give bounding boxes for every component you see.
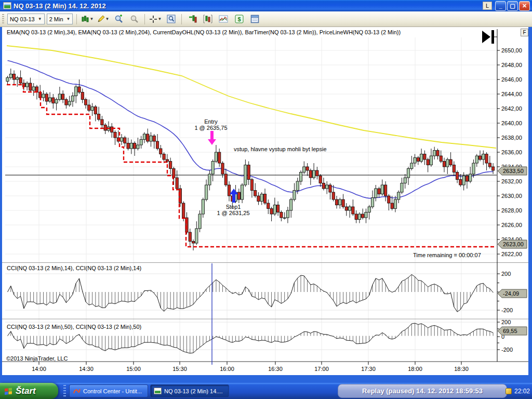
- svg-text:2636,00: 2636,00: [501, 149, 522, 155]
- zoom-out-button[interactable]: [127, 14, 141, 25]
- minimize-button[interactable]: _: [495, 1, 506, 11]
- candle: [427, 159, 429, 165]
- svg-text:14:00: 14:00: [32, 366, 46, 372]
- candle: [42, 94, 45, 98]
- candle: [488, 163, 491, 167]
- task-label: Control Center - Untit...: [83, 388, 142, 394]
- svg-text:2644,00: 2644,00: [501, 91, 522, 97]
- chevron-down-icon: ▼: [90, 17, 94, 21]
- chevron-down-icon: ▼: [105, 17, 110, 21]
- svg-text:200: 200: [501, 271, 511, 277]
- candle: [150, 136, 152, 142]
- maximize-button[interactable]: ▢: [507, 1, 518, 11]
- ohlc-panel-button[interactable]: [201, 14, 215, 25]
- window-left-border: [0, 27, 2, 383]
- candle: [329, 185, 331, 192]
- zoom-in-icon: [114, 15, 123, 23]
- svg-text:2623,00: 2623,00: [503, 241, 524, 247]
- candle: [472, 163, 475, 174]
- interval-dropdown[interactable]: 2 Min ▼: [47, 14, 73, 24]
- zoom-in-button[interactable]: [112, 14, 125, 25]
- instrument-dropdown[interactable]: NQ 03-13 ▼: [7, 14, 45, 24]
- candle: [303, 167, 305, 172]
- candle: [322, 183, 325, 189]
- candle: [453, 165, 455, 172]
- window-right-border: [528, 27, 532, 383]
- candle: [195, 229, 198, 243]
- candle: [192, 242, 194, 244]
- chevron-down-icon: ▼: [66, 17, 71, 21]
- fullscreen-button[interactable]: F: [521, 29, 528, 36]
- start-button[interactable]: Štart: [0, 383, 58, 399]
- account-data-button[interactable]: $: [232, 14, 246, 25]
- close-button[interactable]: ✕: [519, 1, 530, 11]
- candle: [163, 154, 165, 160]
- candle: [375, 189, 377, 198]
- task-label: NQ 03-13 (2 Min) 14....: [164, 388, 223, 394]
- svg-text:-200: -200: [501, 347, 513, 353]
- entry-title: Entry: [179, 118, 243, 125]
- svg-text:2642,00: 2642,00: [501, 105, 522, 112]
- chart-window-icon: [154, 388, 162, 394]
- cursor-mode-button[interactable]: ▼: [149, 14, 162, 25]
- candle: [166, 159, 168, 162]
- chevron-down-icon: ▼: [158, 17, 162, 21]
- taskbar-item-chart[interactable]: NQ 03-13 (2 Min) 14....: [150, 384, 229, 397]
- taskbar: Štart Control Center - Untit... NQ 03-13…: [0, 383, 532, 399]
- candle: [345, 207, 348, 210]
- screen: NQ 03-13 (2 Min) 14. 12. 2012 L _ ▢ ✕ NQ…: [0, 0, 532, 399]
- last-price-badge: 2633,50: [498, 167, 527, 175]
- candle: [469, 174, 472, 181]
- window-titlebar: NQ 03-13 (2 Min) 14. 12. 2012 L _ ▢ ✕: [0, 0, 532, 11]
- panel-icon: [250, 15, 259, 23]
- candle: [250, 180, 253, 191]
- candle: [296, 181, 299, 191]
- mini-chart-button[interactable]: [217, 14, 230, 25]
- drawing-tools-button[interactable]: ▼: [96, 14, 110, 25]
- candle: [446, 159, 449, 167]
- framed-candles-icon: [203, 15, 212, 23]
- candle: [459, 180, 462, 185]
- candle: [218, 152, 221, 163]
- candle: [388, 196, 390, 203]
- candle: [384, 185, 387, 196]
- candle: [254, 191, 257, 196]
- svg-text:69,55: 69,55: [503, 328, 517, 334]
- tray-notification-icon[interactable]: [506, 388, 512, 394]
- taskbar-item-control-center[interactable]: Control Center - Untit...: [69, 384, 148, 397]
- candle: [19, 78, 22, 84]
- clock: 22:02: [514, 388, 530, 395]
- candle: [208, 174, 211, 185]
- entry-detail: 1 @ 2635,75: [179, 125, 243, 131]
- svg-text:2628,00: 2628,00: [501, 207, 522, 214]
- svg-text:18:30: 18:30: [454, 366, 469, 372]
- svg-text:17:00: 17:00: [314, 366, 329, 372]
- candle: [482, 154, 485, 160]
- candle: [120, 138, 123, 141]
- candle: [237, 192, 240, 200]
- candle: [365, 212, 367, 218]
- chart-window-icon: [3, 2, 11, 9]
- candle: [391, 203, 393, 209]
- svg-text:-200: -200: [501, 307, 513, 313]
- chart-style-button[interactable]: ▼: [81, 14, 94, 25]
- data-box-button[interactable]: [164, 14, 178, 25]
- svg-text:-24,09: -24,09: [503, 290, 519, 297]
- candle: [462, 176, 465, 185]
- candle: [423, 154, 426, 160]
- candle: [48, 98, 51, 101]
- chart-trader-button[interactable]: [185, 14, 199, 25]
- candles-icon: [81, 15, 89, 23]
- chart-trader-icon: [188, 15, 197, 23]
- candle: [244, 165, 247, 185]
- candle: [277, 205, 280, 212]
- svg-text:17:30: 17:30: [361, 366, 376, 372]
- link-button[interactable]: L: [483, 2, 492, 10]
- chevron-down-icon: ▼: [38, 17, 42, 21]
- stop-detail: 1 @ 2631,25: [202, 210, 264, 216]
- candle: [137, 145, 139, 149]
- candle: [32, 87, 35, 90]
- properties-button[interactable]: [248, 14, 261, 25]
- candle: [205, 185, 208, 200]
- replay-status[interactable]: Replay (paused) 14. 12. 2012 18:59:53: [338, 384, 507, 398]
